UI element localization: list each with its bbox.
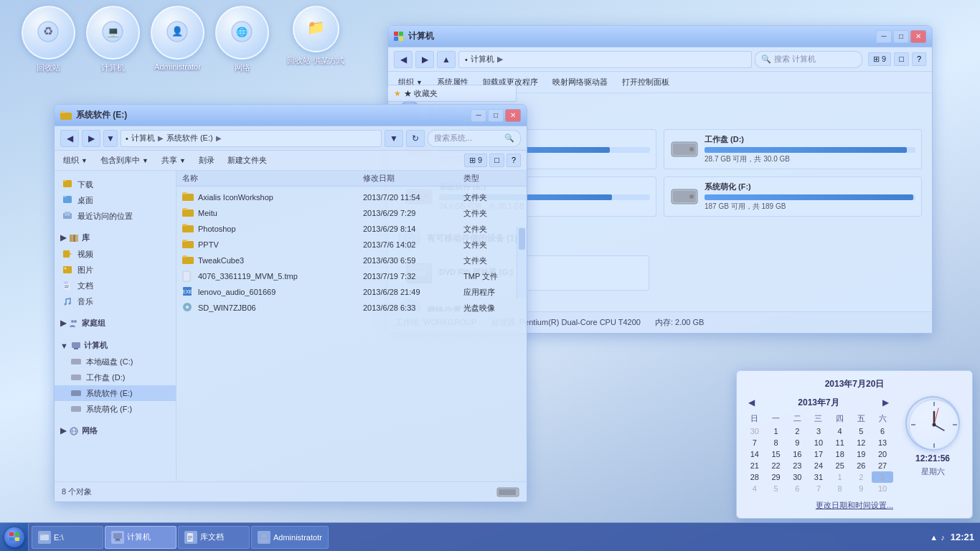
cal-day-3-6[interactable]: 27 xyxy=(872,460,893,471)
cal-day-5-1[interactable]: 5 xyxy=(765,483,787,494)
cal-day-4-3[interactable]: 31 xyxy=(808,471,829,483)
cal-day-1-1[interactable]: 8 xyxy=(765,437,787,448)
drive-d[interactable]: 工作盘 (D:) 28.7 GB 可用，共 30.0 GB xyxy=(664,129,922,169)
cal-day-0-4[interactable]: 4 xyxy=(829,425,851,437)
library-header[interactable]: ▶ 库 xyxy=(55,230,176,246)
sidebar-drive-d[interactable]: 工作盘 (D:) xyxy=(55,369,176,385)
sidebar-pictures[interactable]: 图片 xyxy=(55,262,176,278)
cal-day-2-6[interactable]: 20 xyxy=(872,448,893,460)
explorer-search[interactable]: 搜索系统... 🔍 xyxy=(428,130,521,147)
cal-day-4-1[interactable]: 29 xyxy=(765,471,787,483)
network-sidebar-header[interactable]: ▶ 网络 xyxy=(55,423,176,439)
file-item-5[interactable]: 4076_3361119_MVM_5.tmp 2013/7/19 7:32 TM… xyxy=(176,268,527,284)
cal-prev-btn[interactable]: ◀ xyxy=(744,396,759,409)
sidebar-drive-c[interactable]: 本地磁盘 (C:) xyxy=(55,354,176,369)
sidebar-documents[interactable]: 文档 xyxy=(55,278,176,293)
menu-organize-exp[interactable]: 组织 ▼ xyxy=(60,154,90,167)
cal-day-5-2[interactable]: 6 xyxy=(786,483,808,494)
desktop-icon-computer[interactable]: 💻 计算机 xyxy=(86,6,140,73)
file-item-4[interactable]: TweakCube3 2013/6/30 6:59 文件夹 xyxy=(176,253,527,268)
menu-new-folder[interactable]: 新建文件夹 xyxy=(225,154,270,167)
calendar-footer-link[interactable]: 更改日期和时间设置... xyxy=(744,500,965,511)
cal-day-3-0[interactable]: 21 xyxy=(744,460,765,471)
cal-day-5-0[interactable]: 4 xyxy=(744,483,765,494)
cal-day-2-5[interactable]: 19 xyxy=(851,448,872,460)
cal-day-1-0[interactable]: 7 xyxy=(744,437,765,448)
tray-expand-icon[interactable]: ▲ xyxy=(930,533,938,542)
cal-day-1-4[interactable]: 11 xyxy=(829,437,851,448)
view-btn-1[interactable]: ⊞ 9 xyxy=(464,154,487,167)
cal-day-3-5[interactable]: 26 xyxy=(851,460,872,471)
forward-button[interactable]: ▶ xyxy=(415,51,434,68)
file-item-2[interactable]: Photoshop 2013/6/29 8:14 文件夹 xyxy=(176,221,527,237)
computer-search-bar[interactable]: 🔍 搜索 计算机 xyxy=(755,51,862,68)
homegroup-header[interactable]: ▶ 家庭组 xyxy=(55,315,176,331)
view-list-btn[interactable]: ⊞ 9 xyxy=(868,52,891,66)
cal-day-1-2[interactable]: 9 xyxy=(786,437,808,448)
taskbar-clock[interactable]: 12:21 xyxy=(951,532,974,542)
file-item-0[interactable]: Axialis IconWorkshop 2013/7/20 11:54 文件夹 xyxy=(176,189,527,205)
explorer-dropdown[interactable]: ▼ xyxy=(103,130,118,147)
menu-map-drive[interactable]: 映射网络驱动器 xyxy=(548,75,612,90)
minimize-button[interactable]: ─ xyxy=(876,30,892,43)
explorer-close[interactable]: ✕ xyxy=(505,109,521,122)
refresh-btn[interactable]: ↻ xyxy=(406,130,425,147)
computer-sidebar-header[interactable]: ▼ 计算机 xyxy=(55,337,176,354)
file-item-7[interactable]: SD_WIN7ZJB06 2013/6/28 6:33 光盘映像 xyxy=(176,300,527,316)
cal-day-3-3[interactable]: 24 xyxy=(808,460,829,471)
cal-day-2-0[interactable]: 14 xyxy=(744,448,765,460)
back-button[interactable]: ◀ xyxy=(394,51,413,68)
cal-day-1-6[interactable]: 13 xyxy=(872,437,893,448)
cal-day-4-4[interactable]: 1 xyxy=(829,471,851,483)
taskbar-item-explorer[interactable]: E:\ xyxy=(32,526,103,549)
cal-day-4-2[interactable]: 30 xyxy=(786,471,808,483)
view-icons-btn[interactable]: □ xyxy=(894,52,909,66)
cal-day-0-0[interactable]: 30 xyxy=(744,425,765,437)
cal-day-3-4[interactable]: 25 xyxy=(829,460,851,471)
up-button[interactable]: ▲ xyxy=(437,51,456,68)
close-button[interactable]: ✕ xyxy=(910,30,926,43)
desktop-icon-recycle1[interactable]: ♻ 回收站 xyxy=(22,6,75,73)
vertical-scrollbar[interactable] xyxy=(517,227,527,298)
cal-day-5-3[interactable]: 7 xyxy=(808,483,829,494)
maximize-button[interactable]: □ xyxy=(893,30,909,43)
sidebar-video[interactable]: 视频 xyxy=(55,246,176,262)
view-btn-2[interactable]: □ xyxy=(489,154,504,167)
explorer-forward[interactable]: ▶ xyxy=(82,130,100,147)
sidebar-download[interactable]: 下载 xyxy=(55,176,176,192)
cal-next-btn[interactable]: ▶ xyxy=(878,396,893,409)
cal-day-4-5[interactable]: 2 xyxy=(851,471,872,483)
menu-control-panel[interactable]: 打开控制面板 xyxy=(618,75,674,90)
menu-burn[interactable]: 刻录 xyxy=(196,154,217,167)
cal-day-5-4[interactable]: 8 xyxy=(829,483,851,494)
address-bar[interactable]: • 计算机 ▶ xyxy=(458,51,752,68)
taskbar-item-computer[interactable]: 计算机 xyxy=(105,526,176,549)
taskbar-item-docs[interactable]: 库文档 xyxy=(178,526,250,549)
cal-day-1-5[interactable]: 12 xyxy=(851,437,872,448)
menu-include-lib[interactable]: 包含到库中 ▼ xyxy=(98,154,151,167)
start-button[interactable] xyxy=(0,523,29,552)
cal-day-0-2[interactable]: 2 xyxy=(786,425,808,437)
sidebar-drive-e[interactable]: 系统软件 (E:) xyxy=(55,385,176,401)
desktop-icon-network[interactable]: 🌐 网络 xyxy=(215,6,269,73)
help-btn-exp[interactable]: ? xyxy=(507,154,521,167)
cal-day-4-0[interactable]: 28 xyxy=(744,471,765,483)
cal-day-0-6[interactable]: 6 xyxy=(872,425,893,437)
cal-day-4-6[interactable]: 3 xyxy=(872,471,893,483)
cal-day-2-1[interactable]: 15 xyxy=(765,448,787,460)
scroll-thumb[interactable] xyxy=(519,228,525,250)
file-item-3[interactable]: PPTV 2013/7/6 14:02 文件夹 xyxy=(176,237,527,253)
drive-f[interactable]: 系统萌化 (F:) 187 GB 可用，共 189 GB xyxy=(664,176,922,217)
cal-day-1-3[interactable]: 10 xyxy=(808,437,829,448)
file-item-6[interactable]: EXE lenovo_audio_601669 2013/6/28 21:49 … xyxy=(176,284,527,300)
cal-day-5-6[interactable]: 10 xyxy=(872,483,893,494)
explorer-minimize[interactable]: ─ xyxy=(471,109,486,122)
cal-day-2-2[interactable]: 16 xyxy=(786,448,808,460)
explorer-address[interactable]: • 计算机 ▶ 系统软件 (E:) ▶ xyxy=(121,130,382,147)
sidebar-recent[interactable]: 最近访问的位置 xyxy=(55,208,176,224)
sidebar-drive-f[interactable]: 系统萌化 (F:) xyxy=(55,401,176,417)
file-item-1[interactable]: Meitu 2013/6/29 7:29 文件夹 xyxy=(176,205,527,221)
favorites-bar[interactable]: ★ ★ 收藏夹 xyxy=(387,85,517,102)
cal-day-3-2[interactable]: 23 xyxy=(786,460,808,471)
desktop-icon-recycle2[interactable]: 📁 回收站 供某方式 xyxy=(287,6,344,73)
